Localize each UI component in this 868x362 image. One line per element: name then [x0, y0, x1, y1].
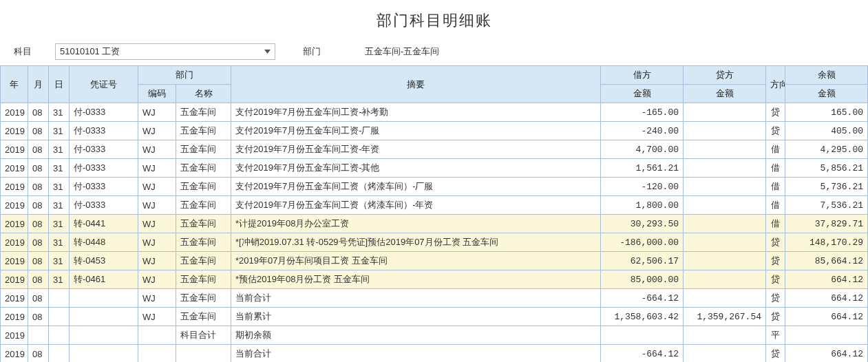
table-row[interactable]: 20190831付-0333WJ五金车间支付2019年7月份五金车间工资-其他1…	[1, 159, 868, 178]
cell-month: 08	[28, 345, 49, 363]
cell-month: 08	[28, 233, 49, 252]
cell-dir: 借	[766, 140, 785, 159]
cell-voucher	[70, 326, 138, 345]
cell-deptname: 五金车间	[176, 289, 231, 308]
cell-debit: -240.00	[601, 122, 684, 140]
cell-voucher: 付-0333	[70, 103, 138, 122]
cell-balance: 664.12	[785, 270, 868, 289]
cell-credit	[684, 326, 766, 345]
table-row[interactable]: 20190831转-0461WJ五金车间*预估2019年08月份工资 五金车间8…	[1, 270, 868, 289]
cell-debit: 4,700.00	[601, 140, 684, 159]
cell-summary: *[冲销2019.07.31 转-0529号凭证]预估2019年07月份工资 五…	[231, 233, 601, 252]
col-day[interactable]: 日	[49, 66, 70, 103]
col-dept-code[interactable]: 编码	[138, 85, 176, 103]
cell-month: 08	[28, 252, 49, 270]
col-dept[interactable]: 部门	[138, 66, 231, 85]
col-credit-amount[interactable]: 金额	[684, 85, 766, 103]
table-row[interactable]: 201908WJ五金车间当前累计1,358,603.421,359,267.54…	[1, 308, 868, 326]
cell-debit: -664.12	[601, 345, 684, 363]
col-dept-name[interactable]: 名称	[176, 85, 231, 103]
cell-day: 31	[49, 233, 70, 252]
cell-debit: 1,800.00	[601, 196, 684, 215]
cell-dir: 贷	[766, 308, 785, 326]
cell-summary: 期初余额	[231, 326, 601, 345]
cell-deptcode: WJ	[138, 140, 176, 159]
cell-day	[49, 345, 70, 363]
table-row[interactable]: 201908WJ五金车间当前合计-664.12贷664.12	[1, 289, 868, 308]
cell-day: 31	[49, 178, 70, 196]
cell-voucher	[70, 308, 138, 326]
cell-dir: 贷	[766, 345, 785, 363]
cell-day: 31	[49, 270, 70, 289]
cell-summary: 支付2019年7月份五金车间工资（烤漆车间）-厂服	[231, 178, 601, 196]
cell-summary: *2019年07月份车间项目工资 五金车间	[231, 252, 601, 270]
cell-credit	[684, 252, 766, 270]
cell-dir: 借	[766, 196, 785, 215]
cell-balance: 165.00	[785, 103, 868, 122]
table-row[interactable]: 20190831付-0333WJ五金车间支付2019年7月份五金车间工资-年资4…	[1, 140, 868, 159]
cell-deptname: 五金车间	[176, 178, 231, 196]
dept-label: 部门	[303, 45, 330, 58]
cell-month: 08	[28, 270, 49, 289]
cell-voucher: 转-0448	[70, 233, 138, 252]
table-row[interactable]: 20190831付-0333WJ五金车间支付2019年7月份五金车间工资（烤漆车…	[1, 196, 868, 215]
cell-month: 08	[28, 103, 49, 122]
cell-deptname	[176, 345, 231, 363]
cell-balance: 664.12	[785, 308, 868, 326]
cell-summary: 支付2019年7月份五金车间工资（烤漆车间）-年资	[231, 196, 601, 215]
cell-balance: 5,856.21	[785, 159, 868, 178]
subject-select[interactable]: 51010101 工资	[55, 43, 275, 60]
cell-credit	[684, 215, 766, 233]
dept-value: 五金车间-五金车间	[365, 45, 439, 58]
cell-debit: 1,561.21	[601, 159, 684, 178]
cell-year: 2019	[1, 326, 28, 345]
table-row[interactable]: 20190831付-0333WJ五金车间支付2019年7月份五金车间工资-厂服-…	[1, 122, 868, 140]
cell-credit	[684, 196, 766, 215]
cell-day: 31	[49, 252, 70, 270]
col-credit[interactable]: 贷方	[684, 66, 766, 85]
cell-voucher: 转-0461	[70, 270, 138, 289]
cell-dir: 借	[766, 159, 785, 178]
table-row[interactable]: 20190831转-0448WJ五金车间*[冲销2019.07.31 转-052…	[1, 233, 868, 252]
cell-summary: *预估2019年08月份工资 五金车间	[231, 270, 601, 289]
cell-deptcode: WJ	[138, 233, 176, 252]
cell-deptname: 五金车间	[176, 215, 231, 233]
cell-balance: 5,736.21	[785, 178, 868, 196]
col-balance[interactable]: 余额	[785, 66, 868, 85]
cell-debit: 1,358,603.42	[601, 308, 684, 326]
cell-voucher: 付-0333	[70, 159, 138, 178]
chevron-down-icon	[264, 48, 271, 55]
col-summary[interactable]: 摘要	[231, 66, 601, 103]
cell-month: 08	[28, 289, 49, 308]
table-row[interactable]: 20190831转-0441WJ五金车间*计提2019年08月办公室工资30,2…	[1, 215, 868, 233]
cell-summary: 当前累计	[231, 308, 601, 326]
cell-deptname: 五金车间	[176, 122, 231, 140]
col-year[interactable]: 年	[1, 66, 28, 103]
table-row[interactable]: 20190831付-0333WJ五金车间支付2019年7月份五金车间工资-补考勤…	[1, 103, 868, 122]
col-balance-amount[interactable]: 金额	[785, 85, 868, 103]
cell-voucher: 转-0453	[70, 252, 138, 270]
cell-voucher: 付-0333	[70, 122, 138, 140]
cell-dir: 贷	[766, 252, 785, 270]
cell-credit	[684, 178, 766, 196]
col-month[interactable]: 月	[28, 66, 49, 103]
col-debit[interactable]: 借方	[601, 66, 684, 85]
cell-credit	[684, 159, 766, 178]
col-direction[interactable]: 方向	[766, 66, 785, 103]
cell-deptcode: WJ	[138, 159, 176, 178]
col-voucher[interactable]: 凭证号	[70, 66, 138, 103]
cell-dir: 借	[766, 178, 785, 196]
cell-deptcode: WJ	[138, 122, 176, 140]
table-row[interactable]: 201908当前合计-664.12贷664.12	[1, 345, 868, 363]
cell-deptcode: WJ	[138, 252, 176, 270]
table-row[interactable]: 20190831付-0333WJ五金车间支付2019年7月份五金车间工资（烤漆车…	[1, 178, 868, 196]
table-row[interactable]: 2019科目合计期初余额平	[1, 326, 868, 345]
cell-debit: 62,506.17	[601, 252, 684, 270]
cell-month: 08	[28, 178, 49, 196]
col-debit-amount[interactable]: 金额	[601, 85, 684, 103]
cell-deptname: 五金车间	[176, 308, 231, 326]
cell-year: 2019	[1, 345, 28, 363]
cell-balance: 148,170.29	[785, 233, 868, 252]
cell-voucher	[70, 289, 138, 308]
table-row[interactable]: 20190831转-0453WJ五金车间*2019年07月份车间项目工资 五金车…	[1, 252, 868, 270]
